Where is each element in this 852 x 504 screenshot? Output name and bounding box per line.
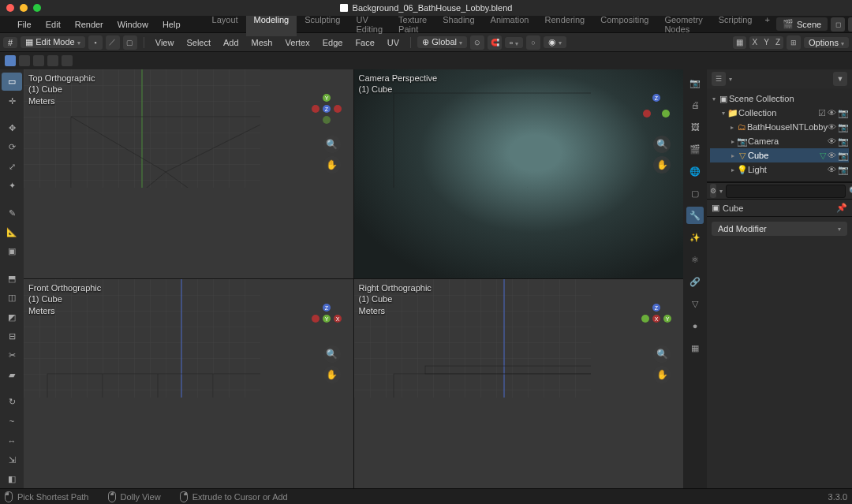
prop-tab-texture[interactable]: ▦ xyxy=(686,339,704,357)
menu-mesh[interactable]: Mesh xyxy=(247,36,278,49)
viewport-front-ortho[interactable]: Front Orthographic (1) Cube Meters Z X Y… xyxy=(24,279,353,488)
select-mode-vertex[interactable]: ▪ xyxy=(88,35,103,50)
tab-modeling[interactable]: Modeling xyxy=(246,13,297,36)
nav-gizmo[interactable]: Z Y X xyxy=(641,303,672,334)
outliner-item-3[interactable]: ▸💡 Light 👁📷 xyxy=(710,162,849,177)
zoom-icon[interactable]: 🔍 xyxy=(653,345,671,363)
pin-icon[interactable]: 📌 xyxy=(836,203,847,213)
proportional-edit-toggle[interactable]: ○ xyxy=(526,35,540,50)
shading-tile-1[interactable] xyxy=(5,55,16,66)
datablock-row[interactable]: ▣ Cube 📌 xyxy=(707,200,852,217)
gizmo-axes-toggle[interactable]: X Y Z xyxy=(749,36,783,49)
tool-select-box[interactable]: ▭ xyxy=(2,73,22,91)
menu-add[interactable]: Add xyxy=(219,36,244,49)
pan-icon[interactable]: ✋ xyxy=(653,366,671,383)
scene-unpin-button[interactable]: ✕ xyxy=(848,17,852,32)
tool-slide[interactable]: ↔ xyxy=(2,431,22,450)
tab-animation[interactable]: Animation xyxy=(483,13,537,36)
tool-poly-build[interactable]: ▰ xyxy=(2,366,22,384)
menu-uv[interactable]: UV xyxy=(383,36,404,49)
zoom-icon[interactable]: 🔍 xyxy=(323,136,341,153)
tab-uv-editing[interactable]: UV Editing xyxy=(348,13,390,36)
nav-gizmo[interactable]: Z X Y xyxy=(311,303,342,334)
tab-compositing[interactable]: Compositing xyxy=(592,13,656,36)
tool-scale[interactable]: ⤢ xyxy=(2,158,22,176)
tool-spin[interactable]: ↻ xyxy=(2,393,22,411)
tab-layout[interactable]: Layout xyxy=(204,13,246,36)
outliner-item-0[interactable]: ▸🗂 BathHouseINTLobby 👁📷 xyxy=(710,120,849,134)
proportional-falloff[interactable]: ◉ ▾ xyxy=(544,36,566,48)
snap-target[interactable]: ▫ ▾ xyxy=(505,37,523,48)
menu-render[interactable]: Render xyxy=(69,18,110,31)
window-minimize-icon[interactable] xyxy=(20,4,28,12)
zoom-icon[interactable]: 🔍 xyxy=(653,136,671,153)
tab-geometry-nodes[interactable]: Geometry Nodes xyxy=(656,13,710,36)
menu-edge[interactable]: Edge xyxy=(318,36,348,49)
tab-scripting[interactable]: Scripting xyxy=(711,13,760,36)
outliner-root[interactable]: ▾▣ Scene Collection xyxy=(710,91,849,106)
prop-tab-scene[interactable]: 🎬 xyxy=(686,140,704,158)
tool-loop-cut[interactable]: ⊟ xyxy=(2,327,22,345)
prop-tab-view-layer[interactable]: 🖼 xyxy=(686,118,704,136)
select-mode-face[interactable]: ▢ xyxy=(123,35,137,50)
shading-tile-3[interactable] xyxy=(33,55,44,66)
select-mode-edge[interactable]: ／ xyxy=(106,35,120,50)
viewport-right-ortho[interactable]: Right Orthographic (1) Cube Meters Z Y X… xyxy=(354,279,684,488)
snap-toggle[interactable]: 🧲 xyxy=(488,35,502,50)
menu-view[interactable]: View xyxy=(151,36,179,49)
menu-vertex[interactable]: Vertex xyxy=(281,36,315,49)
prop-tab-particles[interactable]: ✨ xyxy=(686,229,704,246)
viewport-camera-persp[interactable]: Camera Perspective (1) Cube Z 🔍 ✋ xyxy=(354,69,684,278)
tool-annotate[interactable]: ✎ xyxy=(2,203,22,222)
add-modifier-button[interactable]: Add Modifier ▾ xyxy=(712,222,847,236)
viewport-top-ortho[interactable]: Top Orthographic (1) Cube Meters Y Z 🔍 ✋ xyxy=(24,69,353,278)
filter-button[interactable]: ▼ xyxy=(833,72,847,86)
tab-sculpting[interactable]: Sculpting xyxy=(297,13,348,36)
menu-help[interactable]: Help xyxy=(156,18,187,31)
outliner-collection[interactable]: ▾📁 Collection ☑👁📷 xyxy=(710,106,849,120)
zoom-icon[interactable]: 🔍 xyxy=(323,345,341,363)
window-maximize-icon[interactable] xyxy=(33,4,41,12)
prop-tab-material[interactable]: ● xyxy=(686,317,704,334)
tool-transform[interactable]: ✦ xyxy=(2,177,22,195)
editor-type-button[interactable]: # xyxy=(3,37,17,48)
menu-edit[interactable]: Edit xyxy=(39,18,67,31)
prop-tab-physics[interactable]: ⚛ xyxy=(686,251,704,268)
menu-window[interactable]: Window xyxy=(111,18,155,31)
tool-knife[interactable]: ✂ xyxy=(2,346,22,364)
pivot-button[interactable]: ⊙ xyxy=(470,35,484,50)
tool-inset[interactable]: ◫ xyxy=(2,289,22,307)
prop-tab-output[interactable]: 🖨 xyxy=(686,96,704,114)
properties-editor-type-button[interactable]: ⚙ xyxy=(710,184,716,198)
prop-tab-render[interactable]: 📷 xyxy=(686,74,704,91)
shading-tile-2[interactable] xyxy=(19,55,30,66)
prop-tab-modifiers[interactable]: 🔧 xyxy=(686,207,704,224)
menu-face[interactable]: Face xyxy=(350,36,379,49)
orientation-selector[interactable]: ⊕ Global ▾ xyxy=(417,36,467,48)
prop-tab-world[interactable]: 🌐 xyxy=(686,162,704,180)
tool-rip[interactable]: ◧ xyxy=(2,470,22,488)
shading-tile-5[interactable] xyxy=(62,55,73,66)
tool-add-cube[interactable]: ▣ xyxy=(2,242,22,260)
tool-move[interactable]: ✥ xyxy=(2,119,22,137)
pan-icon[interactable]: ✋ xyxy=(323,366,341,383)
tool-shrink[interactable]: ⇲ xyxy=(2,450,22,469)
window-close-icon[interactable] xyxy=(6,4,14,12)
outliner[interactable]: ▾▣ Scene Collection ▾📁 Collection ☑👁📷 ▸🗂… xyxy=(707,88,852,182)
display-mode-selector[interactable]: ▾ xyxy=(729,76,732,83)
tool-smooth[interactable]: ~ xyxy=(2,413,22,431)
viewport-visibility-button[interactable]: ⊞ xyxy=(787,35,801,50)
tool-bevel[interactable]: ◩ xyxy=(2,308,22,326)
mesh-edit-mode-toggles[interactable]: ▦ xyxy=(733,36,746,49)
tool-cursor[interactable]: ✛ xyxy=(2,91,22,110)
prop-tab-data[interactable]: ▽ xyxy=(686,295,704,312)
search-input[interactable] xyxy=(726,185,846,198)
outliner-item-2[interactable]: ▸▽ Cube ▽👁📷 xyxy=(710,148,849,162)
nav-gizmo[interactable]: Z xyxy=(641,93,672,125)
pan-icon[interactable]: ✋ xyxy=(653,156,671,174)
tab-texture-paint[interactable]: Texture Paint xyxy=(390,13,435,36)
tab-shading[interactable]: Shading xyxy=(435,13,482,36)
menu-file[interactable]: File xyxy=(11,18,38,31)
pan-icon[interactable]: ✋ xyxy=(323,156,341,174)
add-workspace-button[interactable]: + xyxy=(760,13,774,36)
